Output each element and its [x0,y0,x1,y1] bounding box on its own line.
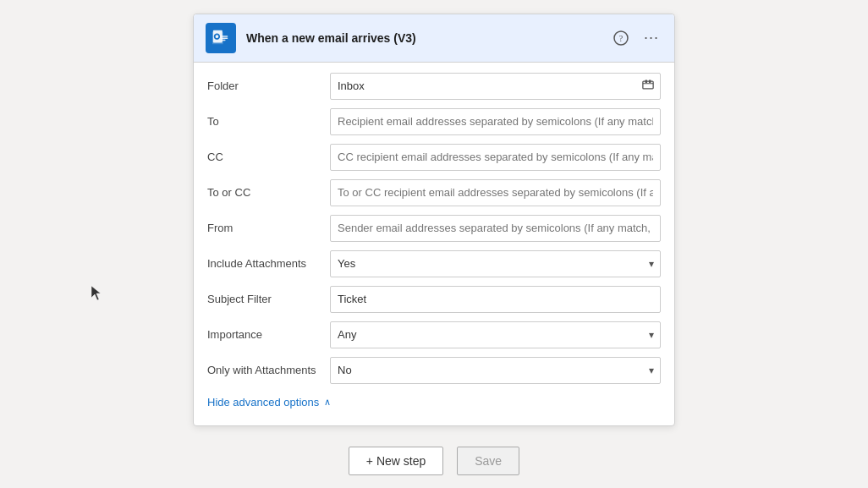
include-attachments-select[interactable]: Yes No [330,250,661,277]
svg-rect-7 [646,80,648,83]
header-actions: ? ··· [610,27,662,48]
importance-wrapper: Any Low Normal High ▾ [330,321,661,348]
only-with-attachments-wrapper: No Yes ▾ [330,357,661,384]
to-or-cc-label: To or CC [207,186,330,199]
importance-label: Importance [207,328,330,341]
save-button[interactable]: Save [457,447,519,475]
include-attachments-row: Include Attachments Yes No ▾ [207,250,661,277]
subject-filter-input[interactable] [330,286,661,313]
svg-rect-6 [643,81,653,89]
svg-text:?: ? [619,34,624,43]
folder-icon [642,79,654,93]
folder-row: Folder [207,73,661,100]
trigger-card: When a new email arrives (V3) ? ··· Fold… [193,14,675,426]
card-title: When a new email arrives (V3) [246,31,600,45]
to-or-cc-input[interactable] [330,179,661,206]
only-with-attachments-label: Only with Attachments [207,364,330,376]
folder-input-wrapper [330,73,661,100]
folder-input[interactable] [330,73,661,100]
svg-rect-8 [649,80,651,83]
subject-filter-row: Subject Filter [207,286,661,313]
subject-filter-label: Subject Filter [207,293,330,305]
from-label: From [207,222,330,234]
to-label: To [207,115,330,128]
card-header: When a new email arrives (V3) ? ··· [194,14,674,63]
svg-rect-2 [221,37,228,38]
cc-input[interactable] [330,144,661,171]
card-body: Folder To [194,63,674,425]
cc-row: CC [207,144,661,171]
outlook-icon [206,23,236,53]
to-input[interactable] [330,108,661,135]
importance-select[interactable]: Any Low Normal High [330,321,661,348]
canvas: When a new email arrives (V3) ? ··· Fold… [0,0,868,488]
to-or-cc-row: To or CC [207,179,661,206]
cursor [91,286,103,301]
chevron-up-icon: ∧ [324,397,331,408]
bottom-actions: + New step Save [349,447,519,475]
hide-advanced-button[interactable]: Hide advanced options ∧ [207,392,331,412]
only-with-attachments-select[interactable]: No Yes [330,357,661,384]
to-row: To [207,108,661,135]
help-button[interactable]: ? [610,29,632,47]
svg-rect-1 [221,36,228,36]
svg-rect-3 [221,39,226,40]
include-attachments-wrapper: Yes No ▾ [330,250,661,277]
include-attachments-label: Include Attachments [207,257,330,270]
more-options-button[interactable]: ··· [640,27,662,48]
folder-label: Folder [207,80,330,92]
ellipsis-icon: ··· [644,29,659,47]
only-with-attachments-row: Only with Attachments No Yes ▾ [207,357,661,384]
from-input[interactable] [330,215,661,242]
cc-label: CC [207,151,330,163]
new-step-button[interactable]: + New step [349,447,443,475]
importance-row: Importance Any Low Normal High ▾ [207,321,661,348]
hide-advanced-label: Hide advanced options [207,396,319,408]
from-row: From [207,215,661,242]
